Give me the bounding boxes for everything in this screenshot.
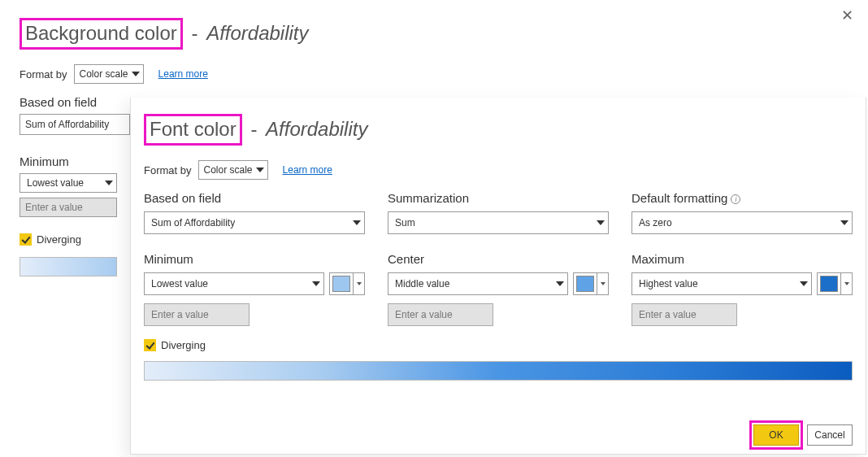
info-icon[interactable]: [731, 194, 740, 204]
center-value-input[interactable]: Enter a value: [388, 303, 493, 326]
default-formatting-label: Default formatting: [631, 191, 853, 205]
chevron-down-icon: [597, 273, 608, 294]
chevron-down-icon: [105, 181, 113, 185]
chevron-down-icon: [353, 273, 364, 294]
color-swatch: [820, 276, 838, 292]
diverging-checkbox[interactable]: [144, 339, 156, 351]
title-field: Affordability: [206, 22, 308, 44]
font-color-dialog: Font color - Affordability Format by Col…: [130, 98, 866, 455]
minimum-value-input[interactable]: Enter a value: [20, 198, 117, 217]
chevron-down-icon: [132, 72, 140, 76]
minimum-select[interactable]: Lowest value: [20, 173, 117, 193]
dialog-title: Background color - Affordability: [20, 18, 848, 50]
minimum-value-input[interactable]: Enter a value: [144, 303, 250, 326]
chevron-down-icon: [312, 281, 320, 286]
center-select[interactable]: Middle value: [388, 272, 568, 295]
chevron-down-icon: [800, 281, 808, 286]
center-color-picker[interactable]: [573, 272, 609, 295]
maximum-value-input[interactable]: Enter a value: [631, 303, 737, 326]
minimum-color-picker[interactable]: [329, 272, 365, 295]
summarization-label: Summarization: [388, 191, 609, 205]
default-formatting-select[interactable]: As zero: [631, 211, 853, 234]
maximum-select[interactable]: Highest value: [631, 272, 812, 295]
summarization-select[interactable]: Sum: [388, 211, 609, 234]
ok-button[interactable]: OK: [753, 424, 799, 446]
cancel-button[interactable]: Cancel: [807, 424, 853, 446]
format-by-label: Format by: [144, 164, 192, 176]
learn-more-link[interactable]: Learn more: [158, 68, 208, 80]
color-swatch: [576, 276, 594, 292]
maximum-label: Maximum: [631, 252, 853, 266]
center-label: Center: [388, 252, 609, 266]
minimum-label: Minimum: [144, 252, 365, 266]
based-on-field-select[interactable]: Sum of Affordability: [20, 114, 130, 135]
format-by-label: Format by: [20, 68, 67, 81]
maximum-color-picker[interactable]: [817, 272, 853, 295]
format-by-select[interactable]: Color scale: [74, 64, 144, 84]
chevron-down-icon: [256, 168, 264, 172]
learn-more-link[interactable]: Learn more: [283, 164, 332, 176]
chevron-down-icon: [556, 281, 564, 286]
chevron-down-icon: [840, 273, 852, 294]
chevron-down-icon: [840, 220, 848, 225]
close-icon[interactable]: ✕: [841, 7, 853, 24]
gradient-preview: [144, 361, 853, 381]
dialog-title: Font color - Affordability: [144, 114, 853, 146]
title-main: Font color: [144, 114, 242, 146]
based-on-field-label: Based on field: [144, 191, 365, 205]
chevron-down-icon: [353, 220, 361, 225]
chevron-down-icon: [597, 220, 605, 225]
diverging-checkbox[interactable]: [20, 233, 32, 246]
minimum-select[interactable]: Lowest value: [144, 272, 324, 295]
color-swatch: [332, 276, 350, 292]
title-main: Background color: [20, 18, 183, 50]
diverging-label: Diverging: [37, 233, 81, 246]
based-on-field-select[interactable]: Sum of Affordability: [144, 211, 365, 234]
title-field: Affordability: [266, 118, 367, 140]
format-by-select[interactable]: Color scale: [198, 160, 268, 180]
diverging-label: Diverging: [161, 339, 206, 351]
gradient-preview: [20, 257, 117, 276]
